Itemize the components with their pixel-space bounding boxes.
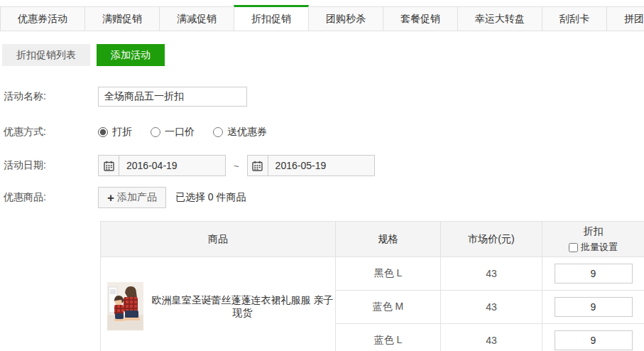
batch-set-control[interactable]: 批量设置 — [542, 241, 644, 254]
add-product-label: 添加产品 — [117, 191, 157, 204]
date-start-picker[interactable]: 2016-04-19 — [98, 155, 226, 176]
tab-discount-promo[interactable]: 折扣促销 — [234, 5, 309, 31]
activity-date-label: 活动日期: — [4, 159, 98, 172]
column-header-product: 商品 — [101, 222, 336, 257]
selected-count-text: 已选择 0 件商品 — [175, 191, 246, 204]
discount-method-row: 优惠方式: 打折 一口价 送优惠券 — [0, 126, 644, 139]
radio-item-song-coupon[interactable]: 送优惠券 — [213, 126, 267, 139]
tab-groupbuy-seckill[interactable]: 团购秒杀 — [308, 6, 383, 31]
radio-song-coupon-label: 送优惠券 — [227, 126, 267, 139]
discount-header-title: 折扣 — [542, 225, 644, 238]
spec-cell: 蓝色 L — [336, 324, 441, 351]
tab-coupon-activity[interactable]: 优惠券活动 — [0, 6, 85, 31]
promo-goods-row: 优惠商品: + 添加产品 已选择 0 件商品 — [0, 187, 644, 208]
date-end-value: 2016-05-19 — [268, 160, 327, 171]
plus-icon: + — [107, 192, 114, 204]
discount-input[interactable] — [555, 297, 633, 317]
price-cell: 43 — [441, 257, 542, 291]
product-cell: 欧洲皇室圣诞蕾丝蓬蓬连衣裙礼服服 亲子现货 — [101, 257, 336, 351]
discount-cell — [542, 291, 644, 324]
add-product-button[interactable]: + 添加产品 — [98, 187, 166, 208]
tab-full-gift[interactable]: 满赠促销 — [84, 6, 160, 31]
discount-cell — [542, 257, 644, 291]
activity-name-label: 活动名称: — [4, 90, 98, 103]
promo-goods-label: 优惠商品: — [4, 191, 98, 204]
discount-cell — [542, 324, 644, 351]
discount-input[interactable] — [555, 330, 633, 350]
add-activity-form: 活动名称: 优惠方式: 打折 一口价 送优惠券 活动日期: — [0, 87, 644, 208]
date-range-separator: ~ — [234, 161, 239, 171]
spec-cell: 蓝色 M — [336, 291, 441, 324]
tab-full-reduction[interactable]: 满减促销 — [159, 6, 234, 31]
column-header-price: 市场价(元) — [441, 222, 542, 257]
tab-package-promo[interactable]: 套餐促销 — [383, 6, 458, 31]
radio-item-yikoujia[interactable]: 一口价 — [151, 126, 195, 139]
price-cell: 43 — [441, 291, 542, 324]
product-name: 欧洲皇室圣诞蕾丝蓬蓬连衣裙礼服服 亲子现货 — [150, 294, 335, 320]
radio-yikoujia-label: 一口价 — [165, 126, 195, 139]
tab-scratch-card[interactable]: 刮刮卡 — [542, 6, 607, 31]
discount-method-label: 优惠方式: — [4, 126, 98, 139]
activity-name-input[interactable] — [98, 87, 247, 107]
calendar-icon[interactable] — [99, 156, 119, 176]
date-start-value: 2016-04-19 — [119, 160, 178, 171]
activity-name-row: 活动名称: — [0, 87, 644, 107]
radio-dazhe[interactable] — [98, 127, 108, 137]
product-discount-table: 商品 规格 市场价(元) 折扣 批量设置 — [100, 221, 644, 351]
discount-input[interactable] — [555, 264, 633, 284]
spec-cell: 黑色 L — [336, 257, 441, 291]
table-row: 欧洲皇室圣诞蕾丝蓬蓬连衣裙礼服服 亲子现货 黑色 L 43 — [101, 257, 644, 291]
date-end-picker[interactable]: 2016-05-19 — [247, 155, 375, 176]
radio-song-coupon[interactable] — [213, 127, 223, 137]
promo-tabbar: 优惠券活动 满赠促销 满减促销 折扣促销 团购秒杀 套餐促销 幸运大转盘 刮刮卡… — [0, 0, 644, 31]
radio-dazhe-label: 打折 — [112, 126, 132, 139]
discount-method-radio-group: 打折 一口价 送优惠券 — [98, 126, 267, 139]
batch-set-label: 批量设置 — [581, 241, 618, 254]
activity-date-row: 活动日期: 2016-04-19 ~ — [0, 155, 644, 176]
subtab-discount-list[interactable]: 折扣促销列表 — [2, 44, 90, 66]
tab-lucky-wheel[interactable]: 幸运大转盘 — [457, 6, 542, 31]
table-header-row: 商品 规格 市场价(元) 折扣 批量设置 — [101, 222, 644, 257]
column-header-discount: 折扣 批量设置 — [542, 222, 644, 257]
tab-pintuan-seckill[interactable]: 拼团秒杀 — [606, 6, 644, 31]
radio-yikoujia[interactable] — [151, 127, 160, 137]
subtab-add-activity[interactable]: 添加活动 — [97, 44, 165, 66]
discount-subtabs: 折扣促销列表 添加活动 — [2, 44, 644, 66]
calendar-icon[interactable] — [248, 156, 268, 176]
price-cell: 43 — [441, 324, 542, 351]
batch-set-checkbox[interactable] — [569, 243, 578, 252]
column-header-spec: 规格 — [336, 222, 441, 257]
radio-item-dazhe[interactable]: 打折 — [98, 126, 132, 139]
product-image — [107, 282, 143, 333]
